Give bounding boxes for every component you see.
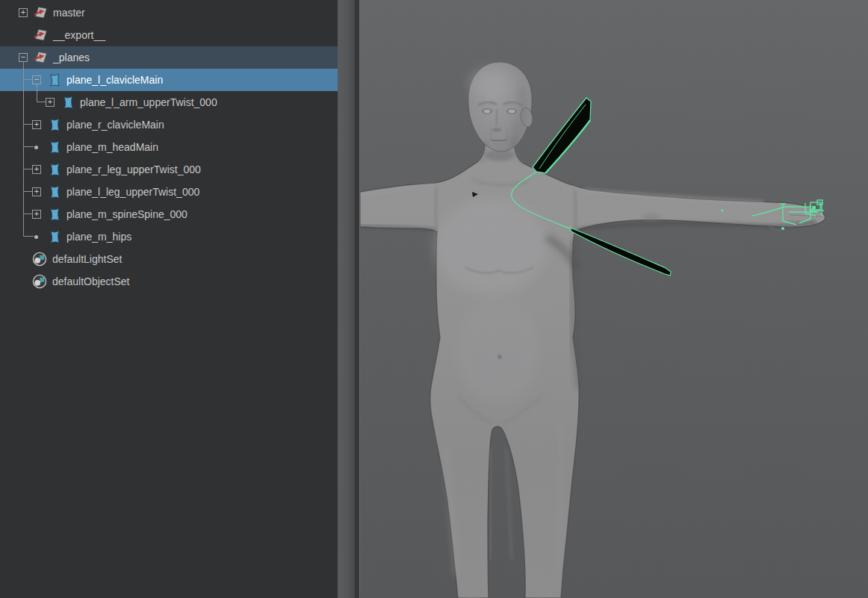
leaf-bullet-icon [34, 146, 38, 149]
outliner-item-plane-l-arm-upperTwist[interactable]: + plane_l_arm_upperTwist_000 [0, 91, 338, 113]
outliner-item-defaultLightSet[interactable]: defaultLightSet [0, 248, 338, 270]
surface-icon [47, 162, 62, 177]
outliner-item-plane-m-spineSpine[interactable]: + plane_m_spineSpine_000 [0, 203, 338, 225]
viewport-3d[interactable] [360, 0, 868, 598]
item-label: master [53, 7, 85, 19]
set-icon [32, 274, 47, 289]
item-label: plane_r_clavicleMain [66, 119, 164, 131]
item-label: defaultLightSet [52, 253, 122, 265]
item-label: plane_r_leg_upperTwist_000 [66, 163, 201, 175]
expand-toggle[interactable]: + [32, 187, 41, 196]
transform-icon [34, 5, 49, 20]
item-label: plane_l_leg_upperTwist_000 [66, 186, 199, 198]
outliner-item-export[interactable]: __export__ [0, 24, 338, 46]
item-label: plane_m_hips [66, 231, 131, 243]
surface-icon [61, 95, 75, 110]
outliner-item-planes[interactable]: − _planes [0, 46, 338, 69]
outliner-item-plane-r-leg-upperTwist[interactable]: + plane_r_leg_upperTwist_000 [0, 158, 338, 181]
expand-toggle[interactable]: + [32, 120, 41, 129]
viewport-canvas[interactable] [360, 0, 868, 598]
outliner-item-defaultObjectSet[interactable]: defaultObjectSet [0, 270, 338, 293]
outliner-panel: + master __export__ − _planes − plane_l_… [0, 0, 338, 598]
surface-icon [47, 140, 62, 155]
surface-icon [47, 229, 62, 244]
transform-icon [34, 50, 49, 65]
surface-icon [47, 117, 62, 132]
transform-icon [34, 28, 49, 43]
outliner-item-master[interactable]: + master [0, 1, 338, 24]
surface-icon [47, 72, 62, 87]
outliner-item-plane-m-headMain[interactable]: plane_m_headMain [0, 136, 338, 158]
outliner-item-plane-l-leg-upperTwist[interactable]: + plane_l_leg_upperTwist_000 [0, 181, 338, 203]
outliner-item-plane-r-clavicleMain[interactable]: + plane_r_clavicleMain [0, 113, 338, 136]
set-icon [32, 252, 47, 267]
surface-icon [47, 184, 62, 199]
item-label: plane_l_arm_upperTwist_000 [80, 96, 217, 108]
expand-toggle[interactable]: + [32, 210, 41, 219]
item-label: __export__ [53, 29, 105, 41]
surface-icon [47, 207, 62, 222]
outliner-item-plane-l-clavicleMain[interactable]: − plane_l_clavicleMain [0, 69, 338, 91]
collapse-toggle[interactable]: − [32, 75, 41, 84]
expand-toggle[interactable]: + [19, 8, 28, 17]
outliner-item-plane-m-hips[interactable]: plane_m_hips [0, 225, 338, 248]
leaf-bullet-icon [34, 235, 38, 239]
item-label: defaultObjectSet [52, 275, 130, 287]
item-label: plane_m_headMain [66, 141, 158, 153]
collapse-toggle[interactable]: − [19, 53, 28, 62]
expand-toggle[interactable]: + [46, 98, 55, 107]
panel-splitter[interactable] [338, 0, 355, 598]
application-window: + master __export__ − _planes − plane_l_… [0, 0, 868, 598]
item-label: plane_m_spineSpine_000 [66, 208, 187, 220]
expand-toggle[interactable]: + [32, 165, 41, 174]
item-label: plane_l_clavicleMain [66, 74, 163, 86]
item-label: _planes [53, 52, 90, 63]
